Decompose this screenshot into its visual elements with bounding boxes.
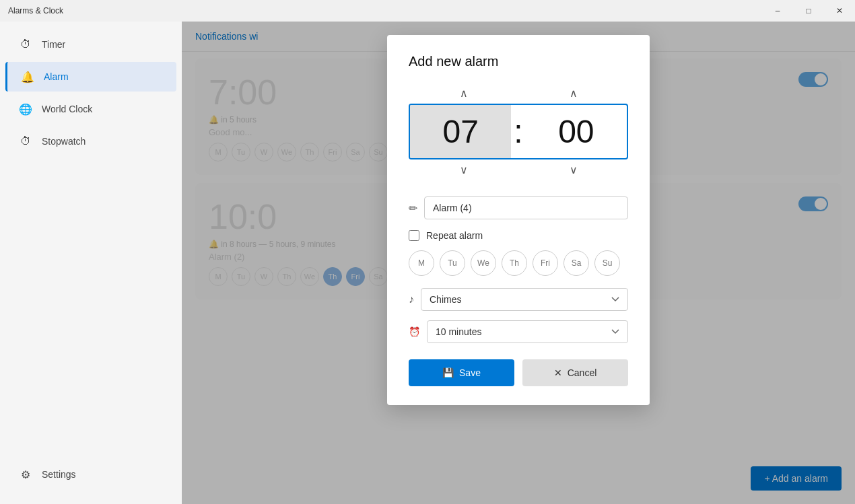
- app-container: ⏱ Timer 🔔 Alarm 🌐 World Clock ⏱ Stopwatc…: [0, 22, 855, 504]
- sidebar-item-alarm[interactable]: 🔔 Alarm: [5, 62, 176, 92]
- snooze-row: ⏰ 5 minutes 10 minutes 20 minutes 30 min…: [409, 320, 628, 343]
- cancel-button[interactable]: ✕ Cancel: [522, 359, 628, 386]
- days-row: M Tu We Th Fri Sa Su: [409, 250, 628, 276]
- dialog-actions: 💾 Save ✕ Cancel: [409, 359, 628, 386]
- hours-down-group: ∨: [409, 159, 518, 180]
- hours-display[interactable]: 07: [410, 105, 511, 158]
- world-clock-icon: 🌐: [19, 102, 32, 116]
- alarm-name-row: ✏: [409, 196, 628, 219]
- day-monday[interactable]: M: [409, 250, 434, 276]
- close-button[interactable]: ✕: [824, 0, 855, 22]
- sound-select[interactable]: Chimes Alarm Bells Buzzer None: [421, 288, 628, 311]
- sidebar-item-label-settings: Settings: [42, 469, 76, 480]
- settings-icon: ⚙: [19, 468, 32, 481]
- hours-up-group: ∧: [409, 83, 518, 104]
- repeat-checkbox[interactable]: [409, 230, 419, 241]
- modal-overlay: Add new alarm ∧ ∧ 07: [182, 22, 855, 504]
- sound-row: ♪ Chimes Alarm Bells Buzzer None: [409, 288, 628, 311]
- day-friday[interactable]: Fri: [533, 250, 558, 276]
- time-separator: :: [511, 113, 525, 150]
- day-saturday[interactable]: Sa: [563, 250, 589, 276]
- music-icon: ♪: [409, 293, 414, 305]
- minutes-up-group: ∧: [518, 83, 628, 104]
- repeat-row: Repeat alarm: [409, 230, 628, 241]
- app-title: Alarms & Clock: [8, 6, 63, 15]
- alarm-name-input[interactable]: [424, 196, 628, 219]
- save-label: Save: [459, 367, 481, 378]
- window-controls: – □ ✕: [762, 0, 855, 22]
- cancel-label: Cancel: [568, 367, 597, 378]
- sidebar-item-label-alarm: Alarm: [44, 71, 69, 82]
- day-tuesday[interactable]: Tu: [440, 250, 465, 276]
- time-picker: ∧ ∧ 07 : 00: [409, 83, 628, 180]
- sidebar: ⏱ Timer 🔔 Alarm 🌐 World Clock ⏱ Stopwatc…: [0, 22, 182, 504]
- sidebar-item-label-world-clock: World Clock: [42, 104, 92, 114]
- sidebar-item-world-clock[interactable]: 🌐 World Clock: [5, 94, 176, 124]
- time-display: 07 : 00: [409, 104, 628, 159]
- save-icon: 💾: [442, 367, 454, 378]
- snooze-select[interactable]: 5 minutes 10 minutes 20 minutes 30 minut…: [427, 320, 628, 343]
- minutes-up-button[interactable]: ∧: [566, 83, 582, 104]
- save-button[interactable]: 💾 Save: [409, 359, 514, 386]
- cancel-icon: ✕: [554, 367, 562, 378]
- sidebar-item-settings[interactable]: ⚙ Settings: [5, 460, 176, 489]
- minutes-display[interactable]: 00: [526, 105, 627, 158]
- dialog-title: Add new alarm: [409, 54, 628, 69]
- hours-down-button[interactable]: ∨: [456, 159, 472, 180]
- time-down-controls: ∨ ∨: [409, 159, 628, 180]
- hours-up-button[interactable]: ∧: [456, 83, 472, 104]
- sidebar-item-timer[interactable]: ⏱ Timer: [5, 30, 176, 59]
- snooze-icon: ⏰: [409, 326, 420, 337]
- day-wednesday[interactable]: We: [471, 250, 496, 276]
- repeat-label: Repeat alarm: [426, 230, 483, 241]
- sidebar-item-stopwatch[interactable]: ⏱ Stopwatch: [5, 127, 176, 156]
- alarm-icon: 🔔: [21, 70, 34, 83]
- sidebar-item-label-timer: Timer: [42, 39, 65, 50]
- time-up-controls: ∧ ∧: [409, 83, 628, 104]
- sidebar-footer: ⚙ Settings: [0, 458, 182, 504]
- minutes-down-group: ∨: [518, 159, 628, 180]
- main-content: Notifications wi 7:00 🔔 in 5 hours Good …: [182, 22, 855, 504]
- sidebar-item-label-stopwatch: Stopwatch: [42, 136, 86, 147]
- edit-icon: ✏: [409, 202, 417, 215]
- day-thursday[interactable]: Th: [502, 250, 527, 276]
- maximize-button[interactable]: □: [793, 0, 824, 22]
- timer-icon: ⏱: [19, 38, 32, 51]
- minimize-button[interactable]: –: [762, 0, 793, 22]
- day-sunday[interactable]: Su: [594, 250, 620, 276]
- add-alarm-dialog: Add new alarm ∧ ∧ 07: [387, 35, 650, 405]
- minutes-down-button[interactable]: ∨: [566, 159, 582, 180]
- title-bar: Alarms & Clock – □ ✕: [0, 0, 855, 22]
- stopwatch-icon: ⏱: [19, 135, 32, 148]
